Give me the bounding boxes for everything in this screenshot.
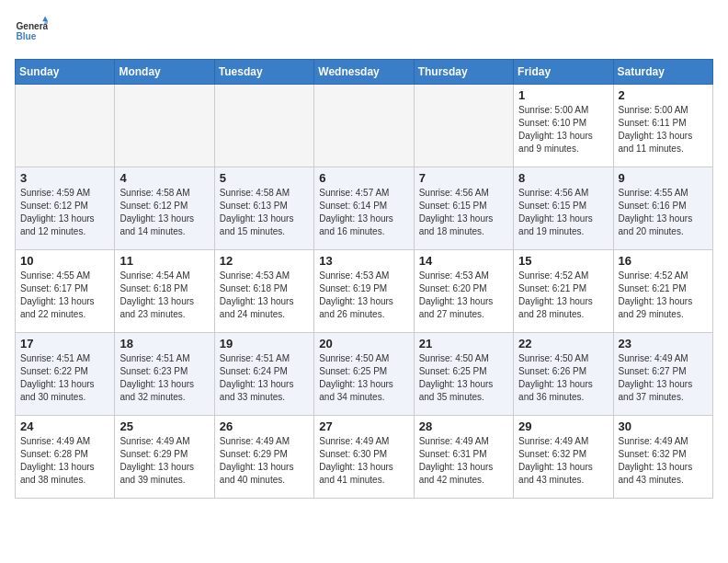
day-info: Sunrise: 4:59 AM Sunset: 6:12 PM Dayligh… [20, 187, 109, 238]
day-info: Sunrise: 4:53 AM Sunset: 6:19 PM Dayligh… [319, 270, 408, 321]
day-info: Sunrise: 4:53 AM Sunset: 6:20 PM Dayligh… [419, 270, 508, 321]
day-number: 18 [119, 337, 209, 350]
day-number: 14 [419, 254, 508, 268]
weekday-header-saturday: Saturday [613, 60, 712, 85]
day-number: 26 [220, 419, 309, 433]
calendar-cell [214, 85, 313, 167]
day-info: Sunrise: 4:49 AM Sunset: 6:30 PM Dayligh… [319, 435, 408, 487]
calendar-cell: 29Sunrise: 4:49 AM Sunset: 6:32 PM Dayli… [514, 416, 613, 499]
calendar-cell: 2Sunrise: 5:00 AM Sunset: 6:11 PM Daylig… [613, 85, 712, 167]
day-number: 22 [518, 337, 608, 350]
calendar-cell: 8Sunrise: 4:56 AM Sunset: 6:15 PM Daylig… [514, 167, 613, 250]
day-info: Sunrise: 4:53 AM Sunset: 6:18 PM Dayligh… [220, 270, 309, 321]
day-number: 3 [20, 171, 109, 185]
calendar-cell [314, 85, 414, 167]
day-info: Sunrise: 4:50 AM Sunset: 6:25 PM Dayligh… [419, 352, 508, 404]
day-number: 21 [419, 337, 508, 350]
day-number: 11 [119, 254, 209, 268]
calendar-cell: 13Sunrise: 4:53 AM Sunset: 6:19 PM Dayli… [314, 250, 414, 333]
calendar-cell: 20Sunrise: 4:50 AM Sunset: 6:25 PM Dayli… [314, 333, 414, 416]
calendar-cell: 16Sunrise: 4:52 AM Sunset: 6:21 PM Dayli… [613, 250, 712, 333]
day-number: 28 [419, 419, 508, 433]
day-number: 30 [619, 419, 708, 433]
calendar-week-row: 17Sunrise: 4:51 AM Sunset: 6:22 PM Dayli… [16, 333, 713, 416]
day-info: Sunrise: 4:58 AM Sunset: 6:12 PM Dayligh… [119, 187, 209, 238]
calendar-cell [115, 85, 214, 167]
day-number: 5 [220, 171, 309, 185]
calendar-cell: 23Sunrise: 4:49 AM Sunset: 6:27 PM Dayli… [613, 333, 712, 416]
day-info: Sunrise: 4:54 AM Sunset: 6:18 PM Dayligh… [119, 270, 209, 321]
svg-text:General: General [16, 21, 48, 31]
day-info: Sunrise: 4:55 AM Sunset: 6:16 PM Dayligh… [619, 187, 708, 238]
calendar-cell: 19Sunrise: 4:51 AM Sunset: 6:24 PM Dayli… [214, 333, 313, 416]
weekday-header-row: SundayMondayTuesdayWednesdayThursdayFrid… [16, 60, 713, 85]
day-info: Sunrise: 4:52 AM Sunset: 6:21 PM Dayligh… [518, 270, 608, 321]
calendar-week-row: 10Sunrise: 4:55 AM Sunset: 6:17 PM Dayli… [16, 250, 713, 333]
day-number: 29 [518, 419, 608, 433]
day-info: Sunrise: 5:00 AM Sunset: 6:11 PM Dayligh… [619, 104, 708, 155]
day-number: 6 [319, 171, 408, 185]
day-info: Sunrise: 4:56 AM Sunset: 6:15 PM Dayligh… [518, 187, 608, 238]
calendar-cell: 15Sunrise: 4:52 AM Sunset: 6:21 PM Dayli… [514, 250, 613, 333]
calendar-cell: 10Sunrise: 4:55 AM Sunset: 6:17 PM Dayli… [16, 250, 115, 333]
calendar-cell: 6Sunrise: 4:57 AM Sunset: 6:14 PM Daylig… [314, 167, 414, 250]
calendar-cell: 25Sunrise: 4:49 AM Sunset: 6:29 PM Dayli… [115, 416, 214, 499]
calendar-cell [414, 85, 513, 167]
day-info: Sunrise: 4:55 AM Sunset: 6:17 PM Dayligh… [20, 270, 109, 321]
calendar-cell: 5Sunrise: 4:58 AM Sunset: 6:13 PM Daylig… [214, 167, 313, 250]
day-number: 15 [518, 254, 608, 268]
calendar-cell: 12Sunrise: 4:53 AM Sunset: 6:18 PM Dayli… [214, 250, 313, 333]
day-info: Sunrise: 4:49 AM Sunset: 6:32 PM Dayligh… [518, 435, 608, 487]
calendar-cell: 14Sunrise: 4:53 AM Sunset: 6:20 PM Dayli… [414, 250, 513, 333]
weekday-header-monday: Monday [115, 60, 214, 85]
day-info: Sunrise: 4:58 AM Sunset: 6:13 PM Dayligh… [220, 187, 309, 238]
day-info: Sunrise: 4:51 AM Sunset: 6:24 PM Dayligh… [220, 352, 309, 404]
day-info: Sunrise: 4:49 AM Sunset: 6:31 PM Dayligh… [419, 435, 508, 487]
day-number: 8 [518, 171, 608, 185]
calendar-cell: 21Sunrise: 4:50 AM Sunset: 6:25 PM Dayli… [414, 333, 513, 416]
weekday-header-wednesday: Wednesday [314, 60, 414, 85]
day-info: Sunrise: 4:49 AM Sunset: 6:32 PM Dayligh… [619, 435, 708, 487]
day-number: 2 [619, 88, 708, 102]
day-number: 9 [619, 171, 708, 185]
weekday-header-thursday: Thursday [414, 60, 513, 85]
calendar-table: SundayMondayTuesdayWednesdayThursdayFrid… [15, 59, 713, 499]
logo-icon: General Blue [15, 15, 48, 48]
day-number: 23 [619, 337, 708, 350]
day-number: 13 [319, 254, 408, 268]
day-info: Sunrise: 4:49 AM Sunset: 6:29 PM Dayligh… [220, 435, 309, 487]
header: General Blue [15, 15, 713, 48]
calendar-week-row: 1Sunrise: 5:00 AM Sunset: 6:10 PM Daylig… [16, 85, 713, 167]
calendar-cell: 24Sunrise: 4:49 AM Sunset: 6:28 PM Dayli… [16, 416, 115, 499]
calendar-week-row: 24Sunrise: 4:49 AM Sunset: 6:28 PM Dayli… [16, 416, 713, 499]
day-info: Sunrise: 5:00 AM Sunset: 6:10 PM Dayligh… [518, 104, 608, 155]
calendar-cell: 17Sunrise: 4:51 AM Sunset: 6:22 PM Dayli… [16, 333, 115, 416]
day-number: 24 [20, 419, 109, 433]
day-info: Sunrise: 4:50 AM Sunset: 6:26 PM Dayligh… [518, 352, 608, 404]
day-info: Sunrise: 4:51 AM Sunset: 6:23 PM Dayligh… [119, 352, 209, 404]
calendar-cell: 9Sunrise: 4:55 AM Sunset: 6:16 PM Daylig… [613, 167, 712, 250]
calendar-cell: 27Sunrise: 4:49 AM Sunset: 6:30 PM Dayli… [314, 416, 414, 499]
calendar-cell: 7Sunrise: 4:56 AM Sunset: 6:15 PM Daylig… [414, 167, 513, 250]
day-number: 7 [419, 171, 508, 185]
weekday-header-tuesday: Tuesday [214, 60, 313, 85]
day-number: 16 [619, 254, 708, 268]
day-number: 12 [220, 254, 309, 268]
day-number: 10 [20, 254, 109, 268]
day-number: 1 [518, 88, 608, 102]
weekday-header-sunday: Sunday [16, 60, 115, 85]
day-number: 27 [319, 419, 408, 433]
day-info: Sunrise: 4:52 AM Sunset: 6:21 PM Dayligh… [619, 270, 708, 321]
day-number: 4 [119, 171, 209, 185]
day-number: 20 [319, 337, 408, 350]
day-number: 25 [119, 419, 209, 433]
calendar-cell: 4Sunrise: 4:58 AM Sunset: 6:12 PM Daylig… [115, 167, 214, 250]
calendar-cell: 26Sunrise: 4:49 AM Sunset: 6:29 PM Dayli… [214, 416, 313, 499]
calendar-cell: 11Sunrise: 4:54 AM Sunset: 6:18 PM Dayli… [115, 250, 214, 333]
calendar-week-row: 3Sunrise: 4:59 AM Sunset: 6:12 PM Daylig… [16, 167, 713, 250]
calendar-cell [16, 85, 115, 167]
day-number: 17 [20, 337, 109, 350]
weekday-header-friday: Friday [514, 60, 613, 85]
day-info: Sunrise: 4:57 AM Sunset: 6:14 PM Dayligh… [319, 187, 408, 238]
day-info: Sunrise: 4:56 AM Sunset: 6:15 PM Dayligh… [419, 187, 508, 238]
